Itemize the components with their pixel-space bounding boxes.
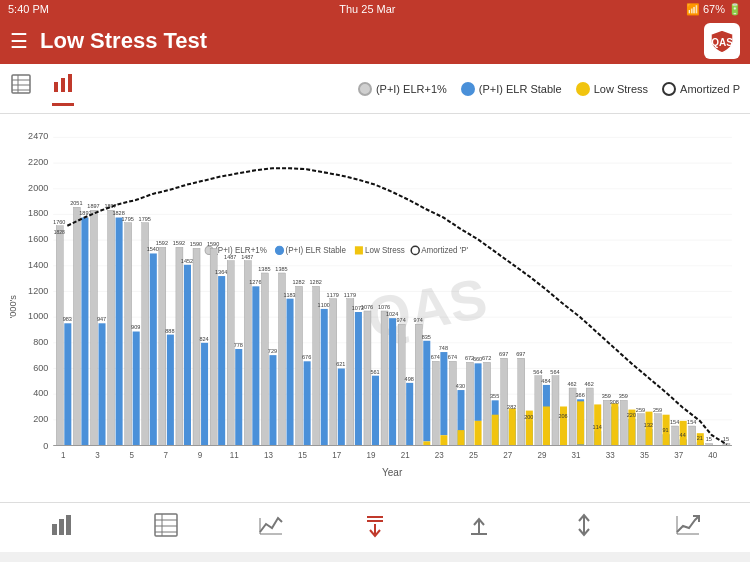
svg-rect-211 [689,426,696,446]
svg-text:1000: 1000 [28,311,48,321]
svg-text:2000: 2000 [28,183,48,193]
svg-rect-119 [364,311,371,446]
svg-text:19: 19 [367,451,376,460]
svg-rect-120 [372,376,379,446]
menu-icon[interactable]: ☰ [10,29,28,53]
svg-text:1592: 1592 [156,240,168,246]
svg-rect-51 [73,207,80,445]
svg-text:2200: 2200 [28,157,48,167]
svg-text:15: 15 [706,436,712,442]
svg-text:484: 484 [541,378,550,384]
svg-rect-143 [457,430,464,445]
svg-rect-132 [423,341,430,442]
svg-rect-245 [155,514,177,536]
svg-text:3: 3 [95,451,100,460]
svg-text:200: 200 [524,414,533,420]
legend-lowstress-dot [576,82,590,96]
svg-rect-72 [167,335,174,446]
svg-text:7: 7 [164,451,169,460]
svg-text:600: 600 [33,362,48,372]
nav-upload[interactable] [466,512,492,543]
svg-rect-186 [603,400,610,445]
svg-text:1076: 1076 [361,304,373,310]
svg-text:13: 13 [264,451,273,460]
svg-text:200: 200 [33,414,48,424]
svg-rect-116 [355,312,362,446]
tab-chart-icon[interactable] [52,72,74,106]
nav-sort[interactable] [571,512,597,543]
svg-text:91: 91 [663,427,669,433]
svg-text:1897: 1897 [87,203,99,209]
svg-rect-87 [227,261,234,446]
svg-rect-206 [672,426,679,446]
legend-elr1: (P+I) ELR+1% [358,82,447,96]
svg-rect-71 [159,247,166,445]
svg-rect-188 [611,403,618,445]
svg-rect-111 [330,299,337,446]
svg-rect-137 [440,352,447,435]
svg-text:676: 676 [302,354,311,360]
nav-download[interactable] [362,512,388,543]
svg-rect-128 [406,383,413,446]
svg-rect-156 [501,358,508,445]
svg-rect-95 [261,273,268,446]
status-icons: 📶 67% 🔋 [686,3,742,16]
nav-line-chart[interactable] [258,512,284,543]
svg-text:9: 9 [198,451,203,460]
legend-elr1-label: (P+I) ELR+1% [376,83,447,95]
svg-rect-123 [381,311,388,446]
svg-text:697: 697 [516,351,525,357]
svg-text:1795: 1795 [139,216,151,222]
legend-elrstable-dot [461,82,475,96]
chart-view-icon [52,72,74,94]
svg-rect-141 [449,361,456,445]
svg-text:888: 888 [165,327,174,333]
legend-elrstable: (P+I) ELR Stable [461,82,562,96]
svg-text:21: 21 [697,435,703,441]
tab-table-icon[interactable] [10,73,32,104]
svg-rect-63 [125,223,132,446]
svg-text:1282: 1282 [292,279,304,285]
svg-text:974: 974 [414,317,423,323]
legend-amortized: Amortized P [662,82,740,96]
svg-rect-56 [98,323,105,445]
svg-text:21: 21 [401,451,410,460]
shield-logo-icon: QAS [709,28,735,54]
svg-rect-244 [66,515,71,535]
header: ☰ Low Stress Test QAS [0,18,750,64]
svg-text:40: 40 [708,451,717,460]
legend-elr1-dot [358,82,372,96]
svg-rect-146 [466,362,473,445]
svg-text:(P+I) ELR Stable: (P+I) ELR Stable [286,246,347,255]
svg-text:1400: 1400 [28,260,48,270]
svg-text:206: 206 [558,413,567,419]
svg-rect-68 [150,253,157,445]
nav-trend[interactable] [675,512,701,543]
nav-bar-chart[interactable] [49,512,75,543]
svg-text:674: 674 [431,354,440,360]
svg-text:27: 27 [503,451,512,460]
svg-rect-59 [108,210,115,445]
legend-amortized-label: Amortized P [680,83,740,95]
svg-rect-64 [133,332,140,446]
nav-table[interactable] [153,512,179,543]
svg-text:1024: 1024 [386,311,398,317]
svg-rect-243 [59,519,64,535]
svg-text:660: 660 [473,356,482,362]
svg-text:729: 729 [268,348,277,354]
legend: (P+I) ELR+1% (P+I) ELR Stable Low Stress… [94,82,740,96]
svg-rect-107 [313,286,320,445]
svg-text:17: 17 [332,451,341,460]
svg-text:132: 132 [644,422,653,428]
svg-rect-92 [252,286,259,445]
svg-text:35: 35 [640,451,649,460]
svg-rect-88 [235,349,242,446]
bottom-nav [0,502,750,552]
svg-rect-112 [338,368,345,445]
svg-text:25: 25 [469,451,478,460]
svg-text:824: 824 [199,336,208,342]
svg-text:15: 15 [298,451,307,460]
svg-rect-103 [296,286,303,445]
svg-rect-46 [56,226,63,446]
svg-text:835: 835 [422,334,431,340]
